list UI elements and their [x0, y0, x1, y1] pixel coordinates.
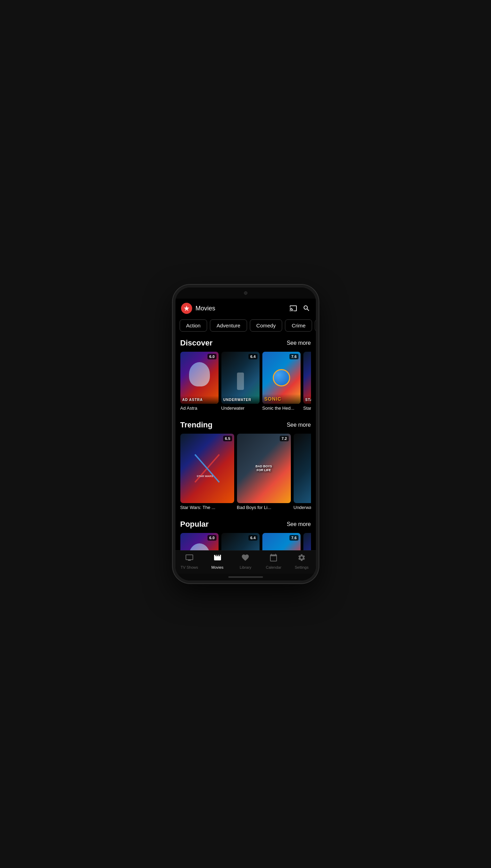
movie-title: Star Wars: The ... [180, 505, 234, 510]
movie-card-popular-4[interactable]: Star Wars: [303, 533, 311, 550]
movie-title: Star Wars: [303, 406, 311, 411]
nav-label-settings: Settings [295, 565, 309, 569]
bottom-nav: TV Shows Movies Library [175, 550, 316, 574]
movie-card-popular-1[interactable]: 6.0 Ad Astra [180, 533, 219, 550]
cast-button[interactable] [289, 304, 297, 312]
notch-area [175, 287, 316, 299]
nav-label-library: Library [240, 565, 252, 569]
trending-movies-row: STAR WARS 6.5 Star Wars: The ... [180, 434, 311, 514]
genre-tab-drama[interactable]: Drama [315, 319, 316, 332]
genre-tab-adventure[interactable]: Adventure [210, 319, 247, 332]
home-indicator [175, 574, 316, 581]
rating-badge: 7.6 [289, 354, 298, 359]
trending-section: Trending See more STAR WARS [175, 416, 316, 516]
movie-card-starwars-trending[interactable]: STAR WARS 6.5 Star Wars: The ... [180, 434, 234, 510]
movie-poster: STAR WARS 6.5 [180, 434, 234, 503]
rating-badge: 6.5 [223, 436, 232, 441]
movie-title: Underwater [221, 406, 260, 411]
movie-poster-ad-astra: AD ASTRA 6.0 [180, 352, 219, 404]
main-content: Discover See more AD ASTRA 6.0 [175, 334, 316, 550]
movie-poster-starwars: STAR WAR [303, 352, 311, 404]
movie-card-ad-astra[interactable]: AD ASTRA 6.0 Ad Astra [180, 352, 219, 411]
rating-badge: 7.6 [289, 535, 298, 541]
popular-section: Popular See more 6.0 Ad Astra [175, 516, 316, 550]
search-button[interactable] [303, 304, 310, 312]
movie-poster: 6.0 [180, 533, 219, 550]
screen: Movies Action Adventure Comedy Crime [175, 299, 316, 581]
movie-card-popular-2[interactable]: 6.4 Underwater [221, 533, 260, 550]
movie-title: Bad Boys for Li... [237, 505, 291, 510]
page-title: Movies [196, 305, 289, 312]
movie-title: Sonic the Hed... [262, 406, 301, 411]
movie-card-popular-3[interactable]: 7.6 Sonic the Hed... [262, 533, 301, 550]
nav-item-movies[interactable]: Movies [203, 553, 231, 569]
nav-label-tvshows: TV Shows [181, 565, 198, 569]
movie-card-starwars-1[interactable]: STAR WAR Star Wars: [303, 352, 311, 411]
movie-poster: 6.4 [294, 434, 311, 503]
svg-text:STAR WARS: STAR WARS [197, 475, 213, 478]
nav-item-library[interactable]: Library [231, 553, 260, 569]
movie-poster-underwater: UNDERWATER 6.4 [221, 352, 260, 404]
movie-title: Ad Astra [180, 406, 219, 411]
header-actions [289, 304, 310, 312]
genre-tab-comedy[interactable]: Comedy [250, 319, 283, 332]
movie-card-sonic-1[interactable]: SONIC 7.6 Sonic the Hed... [262, 352, 301, 411]
discover-movies-row: AD ASTRA 6.0 Ad Astra UNDERWATER [180, 352, 311, 415]
nav-label-calendar: Calendar [266, 565, 281, 569]
settings-icon [297, 553, 306, 564]
nav-item-settings[interactable]: Settings [288, 553, 316, 569]
movie-poster: 6.4 [221, 533, 260, 550]
nav-label-movies: Movies [211, 565, 223, 569]
popular-movies-row: 6.0 Ad Astra 6.4 Underwater [180, 533, 311, 550]
genre-tab-action[interactable]: Action [180, 319, 207, 332]
rating-badge: 6.4 [248, 354, 257, 359]
nav-item-tvshows[interactable]: TV Shows [175, 553, 204, 569]
nav-item-calendar[interactable]: Calendar [260, 553, 288, 569]
app-logo [181, 303, 192, 314]
calendar-icon [269, 553, 278, 564]
trending-title: Trending [180, 420, 213, 429]
movie-poster [303, 533, 311, 550]
discover-title: Discover [180, 339, 213, 348]
trending-see-more[interactable]: See more [287, 422, 311, 428]
svg-marker-0 [184, 306, 189, 311]
genre-tab-crime[interactable]: Crime [285, 319, 312, 332]
tv-icon [185, 553, 194, 564]
trending-header: Trending See more [180, 420, 311, 429]
rating-badge: 7.2 [280, 436, 288, 441]
camera [244, 291, 247, 295]
discover-see-more[interactable]: See more [287, 340, 311, 346]
header: Movies [175, 299, 316, 317]
phone-frame: Movies Action Adventure Comedy Crime [173, 285, 319, 583]
heart-icon [241, 553, 249, 564]
rating-badge: 6.0 [207, 354, 216, 359]
popular-see-more[interactable]: See more [287, 521, 311, 527]
movie-icon [213, 553, 222, 564]
genre-tabs: Action Adventure Comedy Crime Drama [175, 317, 316, 334]
movie-card-underwater-1[interactable]: UNDERWATER 6.4 Underwater [221, 352, 260, 411]
movie-card-underwater-trending[interactable]: 6.4 Underwater [294, 434, 311, 510]
movie-title: Underwater [294, 505, 311, 510]
rating-badge: 6.0 [207, 535, 216, 541]
movie-card-badboys[interactable]: BAD BOYSFOR LIFE 7.2 Bad Boys for Li... [237, 434, 291, 510]
popular-header: Popular See more [180, 520, 311, 529]
popular-title: Popular [180, 520, 209, 529]
home-bar [228, 576, 263, 578]
movie-poster-sonic: SONIC 7.6 [262, 352, 301, 404]
movie-poster: 7.6 [262, 533, 301, 550]
discover-header: Discover See more [180, 339, 311, 348]
discover-section: Discover See more AD ASTRA 6.0 [175, 334, 316, 416]
movie-poster: BAD BOYSFOR LIFE 7.2 [237, 434, 291, 503]
rating-badge: 6.4 [248, 535, 257, 541]
